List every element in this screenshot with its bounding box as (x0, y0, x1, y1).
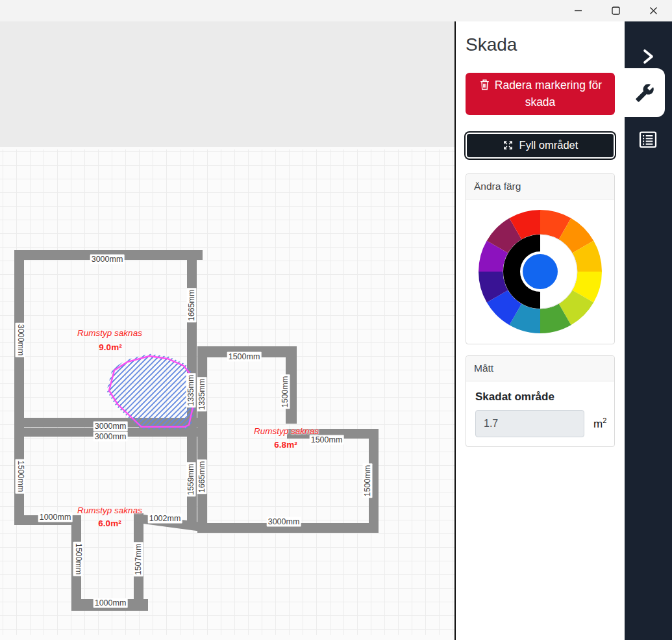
wall[interactable] (14, 515, 73, 525)
delete-damage-label: Radera markering för skada (495, 79, 602, 109)
page-title: Skada (466, 34, 615, 55)
floorplan-canvas[interactable]: 3000mm3000mm1665mm1335mm1335mm1500mm1500… (0, 21, 456, 640)
minimize-button[interactable] (559, 0, 597, 21)
fill-area-label: Fyll området (519, 139, 579, 151)
wall[interactable] (71, 515, 81, 611)
damaged-area-label: Skadat område (475, 390, 605, 403)
color-wheel-container (466, 199, 614, 344)
damage-region[interactable] (109, 356, 193, 427)
trash-icon (479, 78, 491, 91)
wall[interactable] (14, 250, 203, 260)
wall[interactable] (197, 523, 379, 533)
titlebar (0, 0, 672, 21)
walls (14, 250, 379, 611)
damaged-area-input[interactable] (475, 410, 584, 437)
maximize-button[interactable] (597, 0, 634, 21)
wall[interactable] (14, 250, 24, 525)
tab-tools-active[interactable] (625, 68, 665, 117)
minimize-icon (574, 6, 582, 15)
chevron-right-icon (638, 46, 658, 67)
measure-panel: Mått Skadat område m2 (466, 355, 615, 447)
color-panel: Ändra färg (466, 173, 615, 344)
right-toolbar (625, 21, 672, 640)
maximize-icon (612, 6, 620, 15)
wall[interactable] (197, 346, 297, 357)
expand-arrows-icon (503, 140, 514, 151)
wall[interactable] (71, 599, 148, 611)
wrench-icon (635, 83, 654, 103)
area-unit: m2 (593, 416, 606, 431)
close-icon (649, 6, 658, 15)
wall[interactable] (134, 513, 143, 611)
wall[interactable] (287, 429, 379, 439)
floorplan-drawing (0, 21, 454, 640)
wall[interactable] (197, 346, 207, 533)
color-wheel[interactable] (479, 210, 602, 333)
fill-area-button[interactable]: Fyll området (466, 133, 615, 159)
collapse-sidebar-button[interactable] (636, 45, 660, 70)
damage-polygon[interactable] (109, 356, 193, 427)
report-list-icon (638, 129, 658, 150)
color-wheel-selected-color[interactable] (523, 254, 558, 289)
close-button[interactable] (634, 0, 672, 21)
delete-damage-button[interactable]: Radera markering för skada (466, 73, 615, 115)
tab-report[interactable] (636, 127, 660, 152)
wall[interactable] (369, 429, 379, 533)
tool-sidebar: Skada Radera markering för skada Fyll om… (456, 21, 625, 640)
measure-panel-header: Mått (466, 356, 614, 381)
color-panel-header: Ändra färg (466, 174, 614, 199)
wall[interactable] (286, 346, 297, 424)
app-window: 3000mm3000mm1665mm1335mm1335mm1500mm1500… (0, 0, 672, 640)
